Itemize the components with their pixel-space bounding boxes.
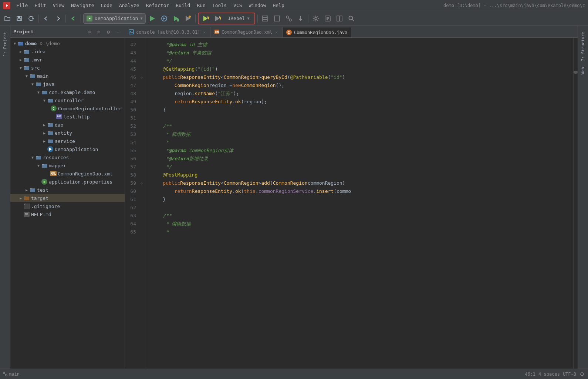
code-line-61: } xyxy=(145,195,573,204)
pull-btn[interactable] xyxy=(295,13,306,24)
jrebel-label-btn[interactable]: JRebel ▼ xyxy=(224,13,252,24)
tree-arrow-java: ▼ xyxy=(30,81,36,87)
ln-58: 58 xyxy=(125,171,138,179)
tree-item-application-properties[interactable]: ▶ ● application.properties xyxy=(10,178,125,186)
tree-item-mapper[interactable]: ▼ mapper xyxy=(10,161,125,170)
tree-item-DemoApplication[interactable]: ▶ DemoApplication xyxy=(10,145,125,153)
tree-collapse-icon[interactable]: ≡ xyxy=(95,28,102,36)
tree-locate-icon[interactable]: ⊕ xyxy=(85,28,93,36)
back-btn[interactable] xyxy=(41,13,51,24)
line-col-indicator[interactable]: 46:1 xyxy=(525,372,535,377)
tree-item-demo-root[interactable]: ▼ demo D:\demo xyxy=(10,39,125,47)
split-btn[interactable] xyxy=(334,13,345,24)
toolbar-sep-6 xyxy=(308,14,308,23)
menu-vcs[interactable]: VCS xyxy=(230,1,245,10)
gutter-fold-59[interactable]: ◇ xyxy=(141,181,142,185)
code-line-51 xyxy=(145,114,573,122)
ide-settings-btn[interactable] xyxy=(322,13,333,24)
tree-item-main[interactable]: ▼ main xyxy=(10,72,125,80)
tree-item-java[interactable]: ▼ java xyxy=(10,80,125,88)
ln-44: 44 xyxy=(125,57,138,65)
web-sidebar-tab[interactable]: Web xyxy=(579,64,587,77)
run-btn[interactable] xyxy=(147,13,158,24)
svg-rect-11 xyxy=(177,19,179,21)
tree-item-entity[interactable]: ▶ entity xyxy=(10,129,125,137)
tree-item-test[interactable]: ▶ test xyxy=(10,186,125,194)
search-everywhere-btn[interactable] xyxy=(346,13,356,24)
sync-btn[interactable] xyxy=(26,13,36,24)
run-with-coverage-btn[interactable] xyxy=(171,13,181,24)
menu-view[interactable]: View xyxy=(50,1,67,10)
project-sidebar-tab[interactable]: 1: Project xyxy=(1,29,9,59)
encoding-indicator[interactable]: UTF-8 xyxy=(563,372,576,377)
tree-item-target[interactable]: ▶ target xyxy=(10,194,125,202)
tree-arrow-main: ▼ xyxy=(24,73,30,79)
code-line-52: /** xyxy=(145,122,573,130)
run-config-selector[interactable]: DemoApplication ▼ xyxy=(83,13,146,24)
save-btn[interactable] xyxy=(14,13,24,24)
menu-edit[interactable]: Edit xyxy=(31,1,49,10)
tab-java[interactable]: ① CommonRegionDao.java xyxy=(283,27,352,37)
tree-item-service[interactable]: ▶ service xyxy=(10,137,125,145)
open-folder-btn[interactable] xyxy=(2,13,13,24)
tree-item-gitignore[interactable]: ▶ ⬛ .gitignore xyxy=(10,202,125,210)
code-line-54: * xyxy=(145,138,573,147)
menu-file[interactable]: File xyxy=(13,1,31,10)
update-project-btn[interactable] xyxy=(272,13,282,24)
tree-item-resources[interactable]: ▼ resources xyxy=(10,153,125,161)
http-file-icon: API xyxy=(56,114,62,120)
tab-xml-close[interactable]: ✕ xyxy=(274,30,278,35)
tree-settings-icon[interactable]: ⚙ xyxy=(105,28,112,36)
tree-item-dao[interactable]: ▶ dao xyxy=(10,121,125,129)
menu-window[interactable]: Window xyxy=(246,1,269,10)
build-project-btn[interactable] xyxy=(260,13,270,24)
menu-navigate[interactable]: Navigate xyxy=(68,1,97,10)
run-config-icon xyxy=(87,16,92,21)
menu-build[interactable]: Build xyxy=(173,1,193,10)
tree-content: ▼ demo D:\demo ▶ .idea ▶ xyxy=(10,38,125,369)
vcs-btn[interactable] xyxy=(284,13,294,24)
menu-analyze[interactable]: Analyze xyxy=(116,1,142,10)
gutter-fold-46[interactable]: ◇ xyxy=(141,76,142,79)
tree-item-com-example-demo[interactable]: ▼ com.example.demo xyxy=(10,88,125,96)
run-config-arrow-icon: ▼ xyxy=(140,16,142,20)
tree-item-test-http[interactable]: ▶ API test.http xyxy=(10,113,125,121)
navigate-back-btn[interactable] xyxy=(68,13,78,24)
tree-item-src[interactable]: ▼ src xyxy=(10,64,125,72)
menu-help[interactable]: Help xyxy=(270,1,287,10)
vertical-scrollbar[interactable] xyxy=(573,38,578,369)
menu-run[interactable]: Run xyxy=(194,1,208,10)
CommonRegionController-label: CommonRegionController xyxy=(58,106,122,111)
tree-item-controller[interactable]: ▼ controller xyxy=(10,96,125,104)
profile-btn[interactable] xyxy=(183,13,193,24)
tree-close-icon[interactable]: − xyxy=(114,28,122,36)
structure-sidebar-tab[interactable]: 7: Structure xyxy=(579,29,587,64)
tree-item-CommonRegionController[interactable]: ▶ C CommonRegionController xyxy=(10,104,125,113)
menu-tools[interactable]: Tools xyxy=(209,1,230,10)
tab-xml[interactable]: XML CommonRegionDao.xml ✕ xyxy=(210,27,283,37)
code-editor[interactable]: 42 43 44 45 xyxy=(125,38,578,369)
jrebel-run-btn[interactable] xyxy=(201,13,211,24)
tree-item-idea[interactable]: ▶ .idea xyxy=(10,47,125,56)
indent-indicator[interactable]: 4 spaces xyxy=(538,372,560,377)
tree-item-mvn[interactable]: ▶ .mvn xyxy=(10,56,125,64)
debug-btn[interactable] xyxy=(159,13,169,24)
tab-console[interactable]: console [auth@10.0.3.81] ✕ xyxy=(125,27,210,37)
code-line-43: * @return 单条数据 xyxy=(145,49,573,57)
menu-refactor[interactable]: Refactor xyxy=(143,1,172,10)
tree-item-HELP-md[interactable]: ▶ MD HELP.md xyxy=(10,210,125,218)
tab-console-close[interactable]: ✕ xyxy=(202,30,206,35)
controller-class-icon: C xyxy=(51,105,57,111)
tab-console-label: console [auth@10.0.3.81] xyxy=(136,30,200,35)
vcs-status[interactable]: main xyxy=(3,372,20,377)
forward-btn[interactable] xyxy=(53,13,63,24)
code-line-58: @PostMapping xyxy=(145,171,573,179)
settings-btn[interactable] xyxy=(311,13,321,24)
jrebel-debug-btn[interactable] xyxy=(213,13,223,24)
tree-arrow-placeholder-git: ▶ xyxy=(18,203,24,209)
idea-folder-icon xyxy=(24,48,30,54)
code-line-60: return ResponseEntity . ok ( this . comm… xyxy=(145,187,573,195)
tree-item-CommonRegionDao-xml[interactable]: ▶ XML CommonRegionDao.xml xyxy=(10,170,125,178)
notification-icon[interactable] xyxy=(579,371,585,377)
menu-code[interactable]: Code xyxy=(98,1,115,10)
